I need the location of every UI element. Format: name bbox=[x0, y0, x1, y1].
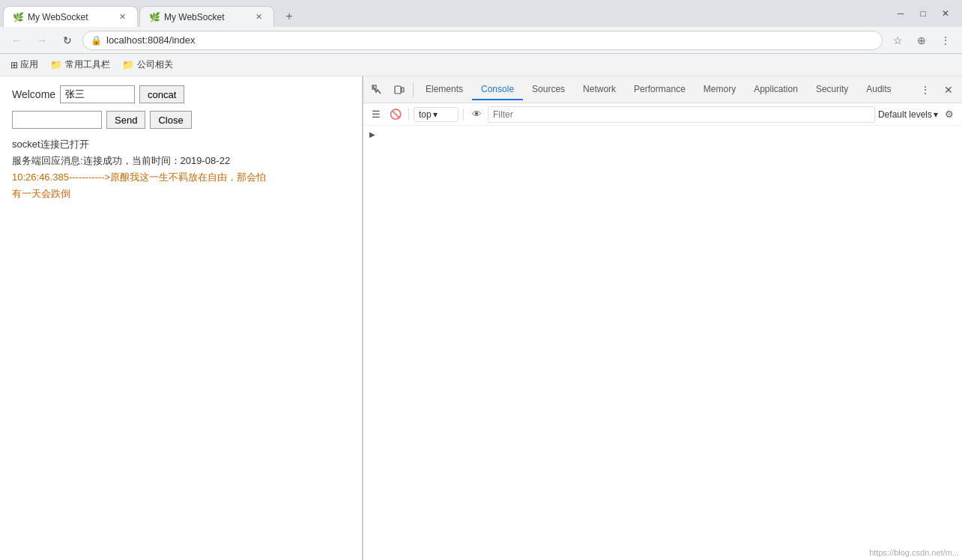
console-levels-selector[interactable]: Default levels ▾ bbox=[878, 109, 938, 120]
new-tab-button[interactable]: + bbox=[279, 6, 300, 27]
watermark: https://blog.csdn.net/m... bbox=[869, 548, 959, 557]
devtools-close-button[interactable]: ✕ bbox=[938, 79, 959, 100]
bookmark-item-1[interactable]: 📁 常用工具栏 bbox=[46, 57, 115, 73]
maximize-button[interactable]: □ bbox=[913, 3, 934, 24]
console-levels-label: Default levels bbox=[878, 109, 932, 120]
console-clear-button[interactable]: 🚫 bbox=[387, 106, 404, 123]
devtools-tab-audits[interactable]: Audits bbox=[857, 79, 900, 100]
address-bar-actions: ☆ ⊕ ⋮ bbox=[887, 30, 956, 51]
console-separator-2 bbox=[463, 109, 464, 121]
apps-label: 应用 bbox=[20, 58, 38, 71]
devtools-tab-sources[interactable]: Sources bbox=[523, 79, 574, 100]
toolbar-separator-1 bbox=[413, 82, 414, 97]
welcome-row: Welcome concat bbox=[12, 85, 350, 103]
bookmark-item-2[interactable]: 📁 公司相关 bbox=[118, 57, 178, 73]
devtools-tab-application[interactable]: Application bbox=[745, 79, 807, 100]
tab-title-2: My WebSocket bbox=[164, 12, 249, 22]
chevron-down-icon: ▾ bbox=[433, 109, 438, 120]
devtools-tab-network[interactable]: Network bbox=[574, 79, 625, 100]
apps-grid-icon: ⊞ bbox=[10, 60, 18, 70]
tab-close-2[interactable]: ✕ bbox=[252, 11, 264, 23]
console-context-value: top bbox=[419, 109, 432, 120]
console-arrow-entry[interactable] bbox=[366, 129, 959, 140]
devtools-more-tabs-button[interactable]: ⋮ bbox=[914, 79, 937, 100]
console-separator-1 bbox=[408, 109, 409, 121]
devtools-tab-performance[interactable]: Performance bbox=[625, 79, 695, 100]
devtools-panel: Elements Console Sources Network Perform… bbox=[363, 76, 962, 560]
levels-chevron-icon: ▾ bbox=[934, 109, 938, 120]
close-button[interactable]: Close bbox=[150, 111, 191, 129]
console-filter-input[interactable] bbox=[488, 106, 875, 123]
svg-rect-2 bbox=[402, 88, 404, 92]
log-line-4: 有一天会跌倒 bbox=[12, 186, 350, 202]
webpage-content: Welcome concat Send Close socket连接已打开 服务… bbox=[0, 76, 363, 560]
lock-icon: 🔒 bbox=[91, 35, 102, 46]
log-line-3: 10:26:46.385----------->原酿我这一生不羁放在自由，那会怕 bbox=[12, 169, 350, 186]
forward-button[interactable]: → bbox=[31, 30, 52, 51]
name-input[interactable] bbox=[60, 85, 135, 103]
address-bar: ← → ↻ 🔒 localhost:8084/index ☆ ⊕ ⋮ bbox=[0, 27, 962, 54]
console-eye-button[interactable]: 👁 bbox=[468, 106, 485, 123]
window-controls: ─ □ ✕ bbox=[890, 3, 962, 24]
devtools-select-element-button[interactable] bbox=[366, 79, 387, 100]
tab-2[interactable]: 🌿 My WebSocket ✕ bbox=[139, 6, 274, 27]
folder-icon-1: 📁 bbox=[50, 59, 62, 70]
tab-1[interactable]: 🌿 My WebSocket ✕ bbox=[3, 6, 138, 27]
tab-close-1[interactable]: ✕ bbox=[116, 11, 128, 23]
devtools-tab-elements[interactable]: Elements bbox=[417, 79, 472, 100]
tab-favicon-1: 🌿 bbox=[13, 12, 23, 22]
concat-button[interactable]: concat bbox=[139, 85, 184, 103]
url-bar[interactable]: 🔒 localhost:8084/index bbox=[82, 31, 883, 50]
message-input[interactable] bbox=[12, 111, 102, 129]
folder-icon-2: 📁 bbox=[122, 59, 134, 70]
menu-button[interactable]: ⋮ bbox=[935, 30, 956, 51]
title-bar: 🌿 My WebSocket ✕ 🌿 My WebSocket ✕ + ─ □ … bbox=[0, 0, 962, 27]
apps-bookmark[interactable]: ⊞ 应用 bbox=[6, 57, 43, 73]
devtools-toggle-device-button[interactable] bbox=[389, 79, 410, 100]
console-body bbox=[363, 126, 962, 560]
bookmark-label-1: 常用工具栏 bbox=[65, 58, 110, 71]
message-row: Send Close bbox=[12, 111, 350, 129]
browser-window: 🌿 My WebSocket ✕ 🌿 My WebSocket ✕ + ─ □ … bbox=[0, 0, 962, 560]
console-toggle-sidebar-button[interactable]: ☰ bbox=[368, 106, 384, 123]
url-text: localhost:8084/index bbox=[106, 34, 874, 46]
bookmark-star-button[interactable]: ☆ bbox=[887, 30, 908, 51]
log-line-2: 服务端回应消息:连接成功，当前时间：2019-08-22 bbox=[12, 153, 350, 169]
chrome-button[interactable]: ⊕ bbox=[911, 30, 932, 51]
console-settings-button[interactable]: ⚙ bbox=[941, 106, 958, 123]
tab-favicon-2: 🌿 bbox=[149, 12, 160, 22]
console-toolbar: ☰ 🚫 top ▾ 👁 Default levels ▾ ⚙ bbox=[363, 103, 962, 126]
log-area: socket连接已打开 服务端回应消息:连接成功，当前时间：2019-08-22… bbox=[12, 136, 350, 202]
welcome-label: Welcome bbox=[12, 88, 55, 100]
bookmarks-bar: ⊞ 应用 📁 常用工具栏 📁 公司相关 bbox=[0, 54, 962, 76]
bookmark-label-2: 公司相关 bbox=[137, 58, 173, 71]
reload-button[interactable]: ↻ bbox=[57, 30, 78, 51]
tabs-row: 🌿 My WebSocket ✕ 🌿 My WebSocket ✕ + bbox=[0, 6, 890, 27]
devtools-tab-console[interactable]: Console bbox=[472, 79, 523, 100]
devtools-tab-memory[interactable]: Memory bbox=[695, 79, 745, 100]
console-context-selector[interactable]: top ▾ bbox=[414, 107, 459, 122]
svg-rect-1 bbox=[395, 86, 401, 94]
main-area: Welcome concat Send Close socket连接已打开 服务… bbox=[0, 76, 962, 560]
back-button[interactable]: ← bbox=[6, 30, 27, 51]
log-line-1: socket连接已打开 bbox=[12, 136, 350, 153]
devtools-toolbar: Elements Console Sources Network Perform… bbox=[363, 76, 962, 103]
tab-title-1: My WebSocket bbox=[28, 12, 113, 22]
send-button[interactable]: Send bbox=[106, 111, 145, 129]
close-window-button[interactable]: ✕ bbox=[935, 3, 956, 24]
minimize-button[interactable]: ─ bbox=[890, 3, 911, 24]
devtools-tab-security[interactable]: Security bbox=[807, 79, 857, 100]
